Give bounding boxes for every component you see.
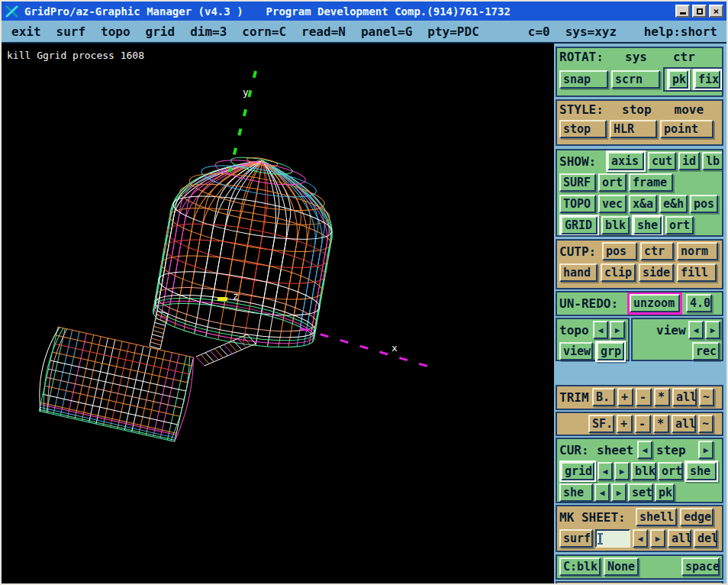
show-axis-button[interactable]: axis xyxy=(607,152,644,170)
rotat-sys-label[interactable]: sys xyxy=(625,50,647,64)
trim-sf-plus-button[interactable]: + xyxy=(617,415,633,433)
cur-she-button[interactable]: she xyxy=(686,462,717,480)
trim-b-all-button[interactable]: all xyxy=(672,388,697,406)
view-next-button[interactable]: ▶ xyxy=(705,321,720,339)
topo-next-button[interactable]: ▶ xyxy=(610,321,625,339)
trim-sf-all-button[interactable]: all xyxy=(672,415,696,433)
minimize-button[interactable] xyxy=(675,5,690,18)
menu-item-read[interactable]: read=N xyxy=(301,24,346,39)
close-button[interactable]: × xyxy=(709,5,723,18)
cutp-ctr-button[interactable]: ctr xyxy=(640,242,674,260)
menu-item-corn[interactable]: corn=C xyxy=(242,24,286,39)
trim-sf-minus-button[interactable]: - xyxy=(635,415,651,433)
trim-sf-star-button[interactable]: * xyxy=(653,415,669,433)
menu-item-grid[interactable]: grid xyxy=(146,24,176,39)
show-cut-button[interactable]: cut xyxy=(648,152,676,170)
cur-blk-button[interactable]: blk xyxy=(631,462,656,480)
unzoom-button[interactable]: unzoom xyxy=(630,294,680,312)
cur-set-button[interactable]: set xyxy=(628,483,653,502)
mksheet-del-button[interactable]: del xyxy=(694,529,717,548)
cutp-row-2: hand clip side fill xyxy=(557,262,722,283)
rec-button[interactable]: rec xyxy=(692,342,720,360)
cblk-none-button[interactable]: None xyxy=(604,558,639,576)
mksheet-edge-button[interactable]: edge xyxy=(680,508,714,526)
menu-item-panel[interactable]: panel=G xyxy=(361,24,412,39)
show-ort-grid-button[interactable]: ort xyxy=(665,216,694,234)
show-eh-button[interactable]: e&h xyxy=(659,195,688,213)
menu-item-pty[interactable]: pty=PDC xyxy=(427,24,478,39)
trim-b-plus-button[interactable]: + xyxy=(617,388,633,406)
show-blk-button[interactable]: blk xyxy=(601,216,630,234)
cur-sheet-prev-button[interactable]: ◀ xyxy=(637,441,652,459)
menu-item-c[interactable]: c=0 xyxy=(528,24,550,39)
viewport-3d[interactable]: kill Ggrid process 1608 y x z xyxy=(2,44,554,583)
cur-she2-button[interactable]: she xyxy=(559,483,593,502)
cur-pk-button[interactable]: pk xyxy=(655,483,675,502)
mksheet-shell-button[interactable]: shell xyxy=(636,508,677,526)
cblk-space-button[interactable]: space xyxy=(681,558,720,576)
mksheet-surf-button[interactable]: surf xyxy=(559,529,593,548)
trim-b-star-button[interactable]: * xyxy=(654,388,670,406)
menu-item-dim[interactable]: dim=3 xyxy=(190,24,227,39)
menu-item-help[interactable]: help:short xyxy=(644,24,717,39)
zoom-factor-button[interactable]: 4.0 xyxy=(686,294,712,312)
cur-grid-button[interactable]: grid xyxy=(561,462,594,480)
fix-button[interactable]: fix xyxy=(694,70,720,89)
cutp-row-1: CUTP: pos ctr norm xyxy=(557,241,722,262)
menu-item-exit[interactable]: exit xyxy=(11,24,41,39)
cblk-button[interactable]: C:blk xyxy=(559,558,601,576)
show-ort-surf-button[interactable]: ort xyxy=(598,173,627,192)
view-prev-button[interactable]: ◀ xyxy=(688,321,704,339)
menu-item-sys[interactable]: sys=xyz xyxy=(565,24,617,39)
topo-grp-button[interactable]: grp xyxy=(597,342,624,360)
menu-item-topo[interactable]: topo xyxy=(101,24,130,39)
sheet-name-input[interactable] xyxy=(595,529,630,548)
cutp-fill-button[interactable]: fill xyxy=(677,263,717,282)
cutp-hand-button[interactable]: hand xyxy=(559,263,598,282)
show-grid-button[interactable]: GRID xyxy=(561,216,598,234)
trim-b-button[interactable]: B. xyxy=(592,388,615,406)
topo-view-button[interactable]: view xyxy=(559,342,593,360)
show-frame-button[interactable]: frame xyxy=(629,173,673,192)
menu-item-surf[interactable]: surf xyxy=(56,24,86,39)
point-button[interactable]: point xyxy=(660,120,714,138)
show-xa-button[interactable]: x&a xyxy=(629,195,657,213)
cur-step-label[interactable]: step xyxy=(656,443,690,457)
show-pos-button[interactable]: pos xyxy=(690,195,718,213)
snap-button[interactable]: snap xyxy=(559,70,608,89)
show-lb-button[interactable]: lb xyxy=(702,152,723,170)
show-id-button[interactable]: id xyxy=(678,152,700,170)
hlr-button[interactable]: HLR xyxy=(610,120,657,138)
cutp-clip-button[interactable]: clip xyxy=(601,263,636,282)
cutp-side-button[interactable]: side xyxy=(639,263,674,282)
mksheet-next-button[interactable]: ▶ xyxy=(650,529,665,548)
trim-sf-tilde-button[interactable]: ~ xyxy=(698,415,714,433)
cur-she2-prev-button[interactable]: ◀ xyxy=(594,483,610,502)
stop-button[interactable]: stop xyxy=(559,120,607,138)
mksheet-all-button[interactable]: all xyxy=(668,529,691,548)
mksheet-prev-button[interactable]: ◀ xyxy=(633,529,648,548)
pk-button[interactable]: pk xyxy=(668,70,688,89)
style-move-label[interactable]: move xyxy=(675,102,704,117)
scrn-button[interactable]: scrn xyxy=(611,70,660,89)
style-stop-label[interactable]: stop xyxy=(622,102,652,117)
cur-grid-next-button[interactable]: ▶ xyxy=(614,462,630,480)
show-surf-button[interactable]: SURF xyxy=(559,173,596,192)
show-topo-button[interactable]: TOPO xyxy=(559,195,596,213)
cutp-pos-button[interactable]: pos xyxy=(602,242,637,260)
style-label-row: STYLE: stop move xyxy=(557,101,722,118)
cur-sheet-next-button[interactable]: ▶ xyxy=(698,441,714,459)
cur-grid-prev-button[interactable]: ◀ xyxy=(598,462,613,480)
trim-b-tilde-button[interactable]: ~ xyxy=(699,388,714,406)
topo-prev-button[interactable]: ◀ xyxy=(593,321,608,339)
cur-she2-next-button[interactable]: ▶ xyxy=(611,483,627,502)
trim-sf-button[interactable]: SF. xyxy=(588,415,614,433)
rotat-ctr-label[interactable]: ctr xyxy=(673,50,695,64)
show-vec-button[interactable]: vec xyxy=(598,195,627,213)
cutp-norm-button[interactable]: norm xyxy=(677,242,718,260)
trim-b-minus-button[interactable]: - xyxy=(636,388,652,406)
cur-sheet-label[interactable]: sheet xyxy=(597,443,635,457)
maximize-button[interactable] xyxy=(692,5,707,18)
cur-ort-button[interactable]: ort xyxy=(658,462,683,480)
show-she-button[interactable]: she xyxy=(633,216,662,234)
